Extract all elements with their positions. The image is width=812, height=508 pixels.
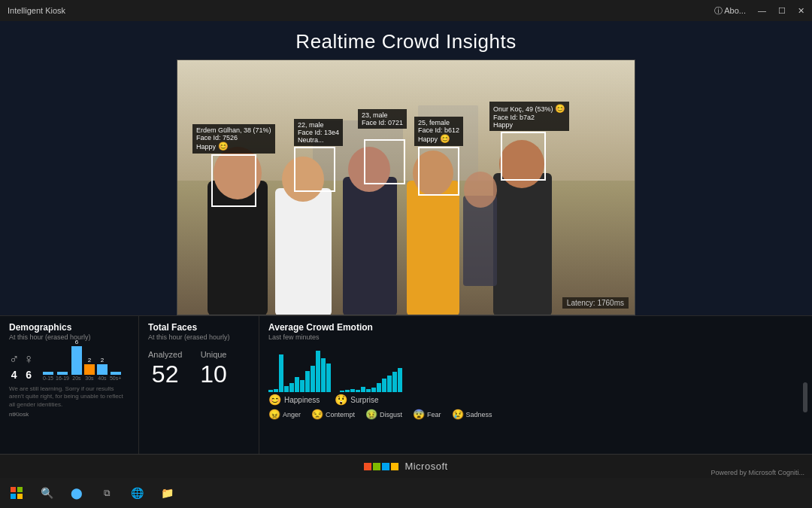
- female-icon: ♀: [24, 351, 35, 367]
- face-box-4: [418, 147, 459, 196]
- happiness-emoji: 😊: [268, 394, 281, 406]
- age-group-0-15: 0-15: [43, 372, 53, 381]
- top-bar: Intelligent Kiosk ⓘ Abo... — ☐ ✕: [0, 0, 812, 21]
- face-box-2: [294, 147, 335, 192]
- close-button[interactable]: ✕: [798, 6, 804, 16]
- task-view-icon: ⧉: [104, 488, 111, 498]
- ms-square-blue: [382, 463, 389, 470]
- face-label-3: 23, male Face Id: 0721: [358, 109, 407, 129]
- microsoft-logo: [364, 463, 398, 470]
- emotion-title: Average Crowd Emotion: [268, 322, 794, 333]
- face-label-4: 25, female Face Id: b612 Happy 😊: [414, 117, 463, 146]
- face-box-5: [501, 132, 546, 181]
- svg-rect-16: [11, 487, 16, 492]
- contempt-emoji: 😒: [311, 409, 323, 420]
- analyzed-label: Analyzed: [148, 350, 182, 359]
- disgust-text: Disgust: [380, 411, 402, 418]
- svg-rect-10: [407, 181, 459, 315]
- windows-logo-icon: [11, 487, 23, 499]
- male-count: 4: [11, 369, 17, 381]
- age-bar-chart: 0-15 16-19 6 20s 2 30s: [43, 347, 121, 381]
- age-group-30s: 2 30s: [84, 357, 95, 381]
- age-bar: [43, 372, 53, 375]
- maximize-button[interactable]: ☐: [778, 6, 786, 16]
- age-group-16-19: 16-19: [56, 372, 69, 381]
- edge-button[interactable]: 🌐: [123, 479, 150, 506]
- age-group-50s: 50s+: [110, 372, 121, 381]
- face-label-5: Onur Koç, 49 (53%) 😊 Face Id: b7a2 Happy: [489, 102, 569, 131]
- age-bar-tall: [71, 346, 82, 375]
- age-bar: [97, 364, 108, 375]
- contempt-label: 😒 Contempt: [311, 409, 355, 420]
- camera-feed: Erdem Gülhan, 38 (71%) Face Id: 7526 Hap…: [177, 59, 635, 315]
- about-button[interactable]: ⓘ Abo...: [714, 5, 746, 17]
- emotion-labels-top: 😊 Happiness 😲 Surprise: [268, 394, 794, 406]
- fear-label: 😨 Fear: [413, 409, 441, 420]
- svg-point-15: [464, 172, 497, 208]
- age-bar-orange: [84, 364, 95, 375]
- app-title: Intelligent Kiosk: [8, 6, 65, 15]
- face-label-1: Erdem Gülhan, 38 (71%) Face Id: 7526 Hap…: [192, 124, 275, 154]
- svg-rect-8: [343, 177, 397, 315]
- male-stat: ♂ 4: [9, 351, 20, 381]
- camera-background: Erdem Gülhan, 38 (71%) Face Id: 7526 Hap…: [177, 60, 635, 315]
- happiness-bars: [268, 351, 331, 392]
- edge-icon: 🌐: [131, 487, 144, 499]
- start-button[interactable]: [3, 479, 30, 506]
- search-taskbar-button[interactable]: 🔍: [33, 479, 60, 506]
- ms-square-red: [364, 463, 371, 470]
- ms-square-green: [373, 463, 380, 470]
- demographics-title: Demographics: [9, 322, 129, 333]
- sadness-text: Sadness: [466, 411, 492, 418]
- analyzed-stat: Analyzed 52: [148, 350, 182, 386]
- face-box-1: [211, 154, 256, 207]
- anger-label: 😠 Anger: [268, 409, 301, 420]
- svg-rect-14: [463, 196, 497, 286]
- scroll-indicator: [803, 382, 807, 412]
- demographics-subtitle: At this hour (erased hourly): [9, 333, 129, 341]
- minimize-button[interactable]: —: [758, 6, 766, 15]
- age-bar: [57, 372, 68, 375]
- disgust-label: 🤢 Disgust: [365, 409, 402, 420]
- unique-value: 10: [200, 362, 227, 386]
- latency-badge: Latency: 1760ms: [562, 297, 629, 309]
- microsoft-bar: Microsoft: [0, 454, 812, 478]
- microsoft-text: Microsoft: [404, 461, 447, 472]
- age-bar: [111, 372, 121, 375]
- total-faces-title: Total Faces: [148, 322, 250, 333]
- explorer-button[interactable]: 📁: [153, 479, 180, 506]
- total-faces-subtitle: At this hour (erased hourly): [148, 333, 250, 341]
- top-bar-right: ⓘ Abo... — ☐ ✕: [714, 5, 804, 17]
- svg-rect-17: [17, 487, 23, 492]
- svg-rect-12: [493, 173, 552, 315]
- face-box-3: [364, 139, 405, 184]
- contempt-text: Contempt: [326, 411, 355, 418]
- happiness-text: Happiness: [284, 396, 320, 404]
- powered-by-badge: Powered by Microsoft Cogniti...: [710, 469, 804, 476]
- surprise-label: 😲 Surprise: [335, 394, 378, 406]
- task-view-button[interactable]: ⧉: [93, 479, 120, 506]
- anger-emoji: 😠: [268, 409, 280, 420]
- male-icon: ♂: [9, 351, 20, 367]
- demo-counts: ♂ 4 ♀ 6 0-15 16-19: [9, 347, 129, 381]
- svg-rect-6: [275, 188, 332, 315]
- sadness-emoji: 😢: [452, 409, 464, 420]
- face-label-2: 22, male Face Id: 13e4 Neutra...: [294, 119, 343, 146]
- surprise-emoji: 😲: [335, 394, 347, 406]
- cortana-button[interactable]: ⬤: [63, 479, 90, 506]
- age-group-20s: 6 20s: [71, 339, 82, 381]
- fear-emoji: 😨: [413, 409, 425, 420]
- surprise-bars: [340, 368, 402, 392]
- taskbar: 🔍 ⬤ ⧉ 🌐 📁: [0, 478, 812, 508]
- female-count: 6: [26, 369, 32, 381]
- app-container: Realtime Crowd Insights: [0, 21, 812, 478]
- fear-text: Fear: [427, 411, 441, 418]
- emotion-bar-chart-top: [268, 347, 794, 392]
- analyzed-value: 52: [152, 362, 179, 386]
- unique-stat: Unique 10: [200, 350, 227, 386]
- kiosk-label: ntKiosk: [9, 411, 129, 418]
- ms-square-yellow: [391, 463, 398, 470]
- female-stat: ♀ 6: [24, 351, 35, 381]
- unique-label: Unique: [201, 350, 227, 359]
- page-title: Realtime Crowd Insights: [0, 21, 812, 59]
